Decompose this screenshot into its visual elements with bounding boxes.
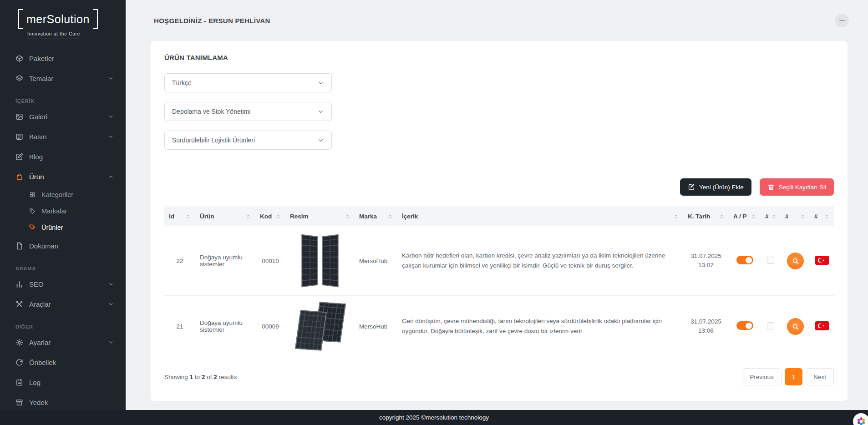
sidebar-item-onbellek[interactable]: Önbellek [0, 352, 126, 372]
column-header-kod[interactable]: Kod [255, 207, 285, 226]
trash-icon [767, 183, 775, 191]
solar-panel-graphic [295, 310, 327, 350]
sort-icon [824, 213, 829, 220]
chevron-down-icon [317, 108, 324, 115]
sidebar: merSolution Innovation at the Core Paket… [0, 0, 126, 425]
sidebar-item-label: Blog [29, 153, 43, 161]
subcategory-select-value: Sürdürülebilir Lojistik Ürünleri [172, 137, 255, 144]
sidebar-item-markalar[interactable]: Markalar [0, 203, 126, 219]
themes-icon [15, 75, 23, 82]
sidebar-item-dokuman[interactable]: Doküman [0, 236, 126, 256]
page-1-button[interactable]: 1 [785, 368, 803, 385]
press-icon [15, 133, 23, 141]
welcome-text: HOŞGELDİNİZ - ERSUN PEHLİVAN [154, 17, 270, 25]
active-toggle[interactable] [736, 321, 753, 330]
sidebar-section-icerik: İÇERİK [0, 88, 126, 106]
column-header-icerik[interactable]: İçerik [397, 207, 683, 226]
language-select[interactable]: Türkçe [164, 73, 332, 92]
filters: Türkçe Depolama ve Stok Yönetimi Sürdürü… [151, 64, 848, 150]
column-header-tarih[interactable]: K. Tarih [683, 207, 729, 226]
date-value: 31.07.2025 [688, 317, 724, 326]
app-root: merSolution Innovation at the Core Paket… [0, 0, 868, 425]
sidebar-item-label: Doküman [29, 242, 58, 250]
column-header-id[interactable]: Id [164, 207, 195, 226]
active-toggle[interactable] [736, 256, 753, 264]
chevron-down-icon [317, 137, 324, 144]
cell-resim [285, 226, 355, 296]
cell-detail [781, 296, 810, 357]
column-header-resim[interactable]: Resim [285, 207, 355, 226]
seo-chart-icon [15, 280, 23, 288]
chevron-down-icon [108, 114, 114, 120]
cell-active [729, 296, 761, 357]
delete-selected-button[interactable]: Seçili Kayıtları Sil [760, 178, 834, 196]
cell-icerik: Geri dönüşüm, çevre mühendisliği, tarım … [397, 296, 683, 357]
sidebar-item-urun[interactable]: Ürün [0, 167, 126, 187]
turkish-flag-icon[interactable] [815, 321, 829, 330]
sidebar-item-blog[interactable]: Blog [0, 147, 126, 167]
sidebar-item-label: Önbellek [29, 359, 56, 366]
sidebar-item-label: Galeri [29, 113, 47, 121]
cell-tarih: 31.07.2025 13:07 [683, 226, 729, 296]
footer-bar: copyright 2025 ©mersolution technology [0, 410, 868, 425]
previous-page-button[interactable]: Previous [742, 368, 782, 385]
column-header-urun[interactable]: Ürün [195, 207, 255, 226]
sidebar-item-basin[interactable]: Basın [0, 126, 126, 147]
cell-urun: Doğaya uyumlu sistemler [195, 226, 255, 296]
category-select[interactable]: Depolama ve Stok Yönetimi [164, 102, 332, 121]
view-detail-button[interactable] [787, 253, 804, 269]
results-total: 2 [213, 374, 217, 380]
collapse-button[interactable] [835, 14, 849, 27]
sidebar-item-log[interactable]: Log [0, 372, 126, 392]
logo-bracket-left [18, 9, 23, 29]
subcategory-select[interactable]: Sürdürülebilir Lojistik Ürünleri [164, 131, 332, 150]
cell-id: 22 [164, 226, 195, 296]
solar-panel-graphic [301, 234, 318, 288]
sidebar-item-label: SEO [29, 280, 44, 288]
next-page-button[interactable]: Next [806, 368, 834, 385]
add-product-button[interactable]: Yeni (Ürün) Ekle [680, 178, 751, 196]
app-logo[interactable]: merSolution Innovation at the Core [0, 0, 126, 44]
products-tags-icon [29, 224, 36, 231]
row-checkbox[interactable] [767, 322, 774, 329]
row-checkbox[interactable] [767, 257, 774, 264]
sidebar-item-seo[interactable]: SEO [0, 274, 126, 294]
column-header-active[interactable]: A / P [729, 207, 761, 226]
sidebar-item-paketler[interactable]: Paketler [0, 48, 126, 68]
cell-marka: MersoHub [355, 296, 397, 357]
copyright-text: copyright 2025 ©mersolution technology [379, 414, 489, 421]
sidebar-item-label: Ayarlar [29, 339, 51, 346]
cache-refresh-icon [15, 359, 23, 366]
sidebar-item-galeri[interactable]: Galeri [0, 106, 126, 126]
sidebar-item-kategoriler[interactable]: Kategoriler [0, 187, 126, 203]
sidebar-item-label: Ürünler [41, 224, 63, 231]
cell-resim [285, 296, 355, 357]
column-header-lang[interactable]: # [810, 207, 834, 226]
cell-active [729, 226, 761, 296]
sort-icon [345, 213, 350, 220]
sidebar-item-yedek[interactable]: Yedek [0, 392, 126, 412]
view-detail-button[interactable] [787, 318, 804, 335]
sidebar-item-label: Markalar [41, 207, 67, 215]
sidebar-item-urunler[interactable]: Ürünler [0, 219, 126, 236]
sidebar-item-label: Log [29, 379, 41, 386]
sidebar-item-temalar[interactable]: Temalar [0, 68, 126, 88]
language-select-value: Türkçe [172, 79, 192, 86]
sidebar-item-ayarlar[interactable]: Ayarlar [0, 332, 126, 352]
turkish-flag-icon[interactable] [815, 256, 829, 265]
chat-widget-button[interactable] [853, 413, 868, 425]
column-header-select[interactable]: # [761, 207, 781, 226]
add-product-label: Yeni (Ürün) Ekle [699, 184, 744, 191]
sidebar-item-label: Basın [29, 133, 46, 141]
table-header-row: Id Ürün Kod Resim Marka İçerik K. Tarih … [164, 207, 834, 226]
chevron-down-icon [108, 76, 114, 81]
cell-lang [810, 226, 834, 296]
cell-marka: MersoHub [355, 226, 397, 296]
main-area: HOŞGELDİNİZ - ERSUN PEHLİVAN ÜRÜN TANIML… [126, 0, 868, 410]
column-header-detail[interactable]: # [781, 207, 810, 226]
cell-urun: Doğaya uyumlu sistemler [195, 296, 255, 357]
products-table: Id Ürün Kod Resim Marka İçerik K. Tarih … [164, 207, 834, 357]
sidebar-item-araclar[interactable]: Araçlar [0, 294, 126, 314]
column-header-marka[interactable]: Marka [355, 207, 397, 226]
cell-id: 21 [164, 296, 195, 357]
